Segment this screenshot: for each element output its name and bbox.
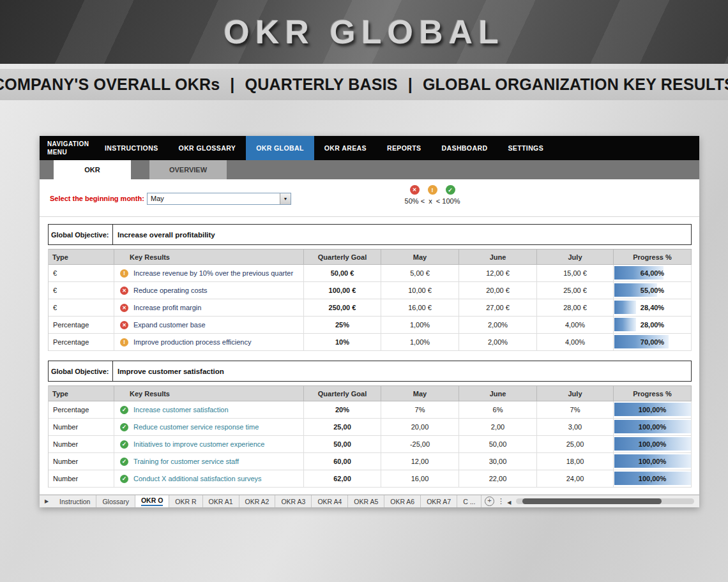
col-header-quarterly-goal: Quarterly Goal xyxy=(304,385,381,401)
key-result-cell: Training for customer service staff xyxy=(114,453,304,470)
progress-cell: 100,00% xyxy=(614,401,692,419)
success-icon xyxy=(120,423,128,431)
banner-segment-2: QUARTERLY BASIS xyxy=(245,75,398,94)
nav-item-reports[interactable]: REPORTS xyxy=(377,136,432,160)
quarterly-goal-cell: 100,00 € xyxy=(304,282,381,299)
key-result-cell: Reduce operating costs xyxy=(114,282,304,299)
controls-row: Select the beginning month: May 50% < x … xyxy=(40,179,699,217)
okr-grid: Type Key Results Quarterly Goal May June… xyxy=(48,249,692,351)
key-result-cell: Reduce customer service response time xyxy=(114,419,304,436)
navigation-bar: NAVIGATION MENU INSTRUCTIONS OKR GLOSSAR… xyxy=(40,136,699,160)
type-cell: € xyxy=(49,299,114,317)
table-row: Percentage Expand customer base 25% 1,00… xyxy=(49,317,692,334)
col-header-progress: Progress % xyxy=(614,385,692,401)
kebab-icon[interactable] xyxy=(497,497,504,505)
key-result-label: Expand customer base xyxy=(133,321,206,329)
sheet-tab-c-more[interactable]: C ... xyxy=(457,495,482,507)
scrollbar-thumb[interactable] xyxy=(522,498,661,504)
sheet-tab-okr-a5[interactable]: OKR A5 xyxy=(348,495,384,507)
scroll-left-icon[interactable] xyxy=(504,498,513,505)
quarterly-goal-cell: 25,00 xyxy=(304,419,381,436)
nav-item-okr-global[interactable]: OKR GLOBAL xyxy=(246,136,314,160)
nav-item-okr-glossary[interactable]: OKR GLOSSARY xyxy=(169,136,246,160)
key-result-label: Increase customer satisfaction xyxy=(133,406,229,414)
sheet-tab-glossary[interactable]: Glossary xyxy=(96,495,135,507)
progress-value: 64,00% xyxy=(641,269,664,277)
type-cell: Number xyxy=(49,419,114,436)
type-cell: Number xyxy=(49,470,114,488)
progress-value: 100,00% xyxy=(639,406,666,414)
banner-separator: | xyxy=(408,75,413,94)
may-cell: 10,00 € xyxy=(381,282,459,299)
sheet-tab-okr-a1[interactable]: OKR A1 xyxy=(203,495,239,507)
july-cell: 28,00 € xyxy=(537,299,614,317)
may-cell: 16,00 € xyxy=(381,299,459,317)
horizontal-scrollbar[interactable] xyxy=(516,498,694,504)
type-cell: Percentage xyxy=(49,401,114,419)
sheet-tab-okr-a4[interactable]: OKR A4 xyxy=(312,495,348,507)
progress-value: 28,00% xyxy=(641,321,664,329)
type-cell: Percentage xyxy=(49,334,114,351)
objective-label: Global Objective: xyxy=(49,225,113,244)
progress-bar xyxy=(614,318,636,331)
warning-icon xyxy=(120,338,128,347)
add-sheet-icon[interactable] xyxy=(482,496,497,506)
table-row: € Increase profit margin 250,00 € 16,00 … xyxy=(49,299,692,317)
may-cell: -25,00 xyxy=(381,436,459,453)
june-cell: 27,00 € xyxy=(459,299,537,317)
nav-item-navigation-menu[interactable]: NAVIGATION MENU xyxy=(40,136,95,160)
warning-icon xyxy=(428,185,437,195)
error-icon xyxy=(120,304,128,312)
error-icon xyxy=(410,185,420,195)
tab-okr[interactable]: OKR xyxy=(54,160,131,179)
tab-overview[interactable]: OVERVIEW xyxy=(149,160,227,179)
type-cell: Percentage xyxy=(49,317,114,334)
nav-item-okr-areas[interactable]: OKR AREAS xyxy=(314,136,377,160)
error-icon xyxy=(120,321,128,329)
col-header-progress: Progress % xyxy=(614,249,692,265)
quarterly-goal-cell: 50,00 xyxy=(304,436,381,453)
june-cell: 30,00 xyxy=(459,453,537,470)
table-row: Number Reduce customer service response … xyxy=(49,419,692,436)
key-result-cell: Increase profit margin xyxy=(114,299,304,317)
sheet-tab-okr-a7[interactable]: OKR A7 xyxy=(421,495,457,507)
warning-icon xyxy=(120,269,128,278)
progress-cell: 100,00% xyxy=(614,470,692,488)
chevron-down-icon[interactable] xyxy=(280,193,291,204)
sheet-tab-label: OKR A5 xyxy=(354,498,378,505)
july-cell: 4,00% xyxy=(537,334,614,351)
month-select[interactable]: May xyxy=(147,193,291,205)
col-header-quarterly-goal: Quarterly Goal xyxy=(304,249,381,265)
may-cell: 5,00 € xyxy=(381,265,459,282)
sheet-nav-arrow-icon[interactable] xyxy=(40,498,54,504)
sheet-tab-okr-o[interactable]: OKR O xyxy=(135,495,169,507)
col-header-may: May xyxy=(381,249,459,265)
nav-item-instructions[interactable]: INSTRUCTIONS xyxy=(95,136,169,160)
success-icon xyxy=(120,475,128,483)
nav-item-settings[interactable]: SETTINGS xyxy=(497,136,554,160)
sheet-tab-instruction[interactable]: Instruction xyxy=(54,495,96,507)
sheet-tab-label: OKR A1 xyxy=(209,498,233,505)
key-result-label: Increase revenue by 10% over the previou… xyxy=(133,269,293,277)
objective-table-2: Global Objective: Improve customer satis… xyxy=(48,361,692,488)
june-cell: 2,00 xyxy=(459,419,537,436)
sheet-tab-label: OKR A3 xyxy=(281,498,305,505)
progress-value: 28,40% xyxy=(641,304,664,311)
sheet-tab-okr-r[interactable]: OKR R xyxy=(169,495,202,507)
progress-cell: 55,00% xyxy=(614,282,692,299)
quarterly-goal-cell: 20% xyxy=(304,401,381,419)
table-header-row: Type Key Results Quarterly Goal May June… xyxy=(49,249,692,265)
col-header-key-results: Key Results xyxy=(114,249,304,265)
june-cell: 22,00 xyxy=(459,470,537,488)
table-row: € Reduce operating costs 100,00 € 10,00 … xyxy=(49,282,692,299)
sheet-tab-okr-a3[interactable]: OKR A3 xyxy=(275,495,312,507)
legend-text: 50% < x < 100% xyxy=(384,197,480,205)
key-result-label: Conduct X additional satisfaction survey… xyxy=(133,475,262,482)
sheet-tab-okr-a2[interactable]: OKR A2 xyxy=(239,495,276,507)
col-header-type: Type xyxy=(49,385,114,401)
quarterly-goal-cell: 60,00 xyxy=(304,453,381,470)
nav-item-dashboard[interactable]: DASHBOARD xyxy=(432,136,498,160)
sheet-tab-label: OKR A4 xyxy=(317,498,342,505)
sheet-tab-okr-a6[interactable]: OKR A6 xyxy=(384,495,421,507)
key-result-label: Reduce operating costs xyxy=(133,287,208,294)
